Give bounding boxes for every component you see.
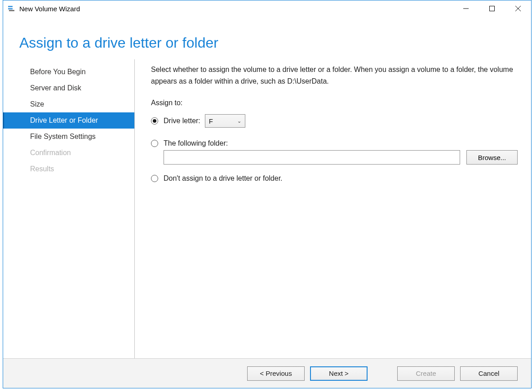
- window-title: New Volume Wizard: [19, 5, 80, 13]
- wizard-footer: < Previous Next > Create Cancel: [3, 358, 531, 388]
- radio-none-label: Don't assign to a drive letter or folder…: [164, 174, 283, 183]
- close-button[interactable]: [505, 0, 531, 17]
- minimize-button[interactable]: [453, 0, 479, 17]
- wizard-content: Select whether to assign the volume to a…: [135, 59, 531, 358]
- step-before-you-begin[interactable]: Before You Begin: [3, 64, 134, 80]
- folder-path-input[interactable]: [164, 150, 460, 165]
- window-buttons: [453, 0, 531, 17]
- step-size[interactable]: Size: [3, 96, 134, 112]
- drive-letter-select[interactable]: F ⌄: [205, 114, 245, 128]
- cancel-button[interactable]: Cancel: [460, 366, 518, 381]
- option-drive-letter-row: Drive letter: F ⌄: [151, 114, 518, 128]
- server-manager-icon: [8, 4, 16, 13]
- drive-letter-value: F: [209, 117, 213, 125]
- radio-drive-letter[interactable]: [151, 117, 158, 125]
- titlebar: New Volume Wizard: [3, 0, 531, 17]
- step-server-and-disk[interactable]: Server and Disk: [3, 80, 134, 96]
- create-button: Create: [397, 366, 455, 381]
- chevron-down-icon: ⌄: [237, 118, 241, 124]
- step-results: Results: [3, 161, 134, 177]
- instruction-text: Select whether to assign the volume to a…: [151, 64, 518, 87]
- page-header: Assign to a drive letter or folder: [3, 17, 531, 59]
- option-none-row: Don't assign to a drive letter or folder…: [151, 174, 518, 183]
- folder-input-row: Browse...: [151, 150, 518, 165]
- svg-rect-4: [490, 6, 495, 11]
- step-file-system-settings[interactable]: File System Settings: [3, 129, 134, 145]
- browse-button[interactable]: Browse...: [466, 150, 518, 165]
- radio-folder-label: The following folder:: [164, 139, 228, 147]
- next-button[interactable]: Next >: [310, 366, 368, 381]
- previous-button[interactable]: < Previous: [247, 366, 305, 381]
- radio-none[interactable]: [151, 175, 158, 182]
- step-drive-letter-or-folder[interactable]: Drive Letter or Folder: [3, 112, 134, 129]
- wizard-window: New Volume Wizard Assign to a drive lett…: [3, 0, 532, 388]
- radio-drive-letter-label: Drive letter:: [164, 117, 200, 125]
- option-folder-row: The following folder:: [151, 139, 518, 147]
- svg-rect-2: [9, 10, 14, 11]
- assign-to-label: Assign to:: [151, 99, 518, 107]
- svg-rect-0: [8, 6, 13, 7]
- maximize-button[interactable]: [479, 0, 505, 17]
- step-confirmation: Confirmation: [3, 145, 134, 161]
- page-title: Assign to a drive letter or folder: [19, 35, 515, 51]
- svg-rect-1: [8, 8, 13, 9]
- wizard-body: Before You Begin Server and Disk Size Dr…: [3, 59, 531, 358]
- radio-folder[interactable]: [151, 140, 158, 147]
- wizard-steps-sidebar: Before You Begin Server and Disk Size Dr…: [3, 59, 135, 358]
